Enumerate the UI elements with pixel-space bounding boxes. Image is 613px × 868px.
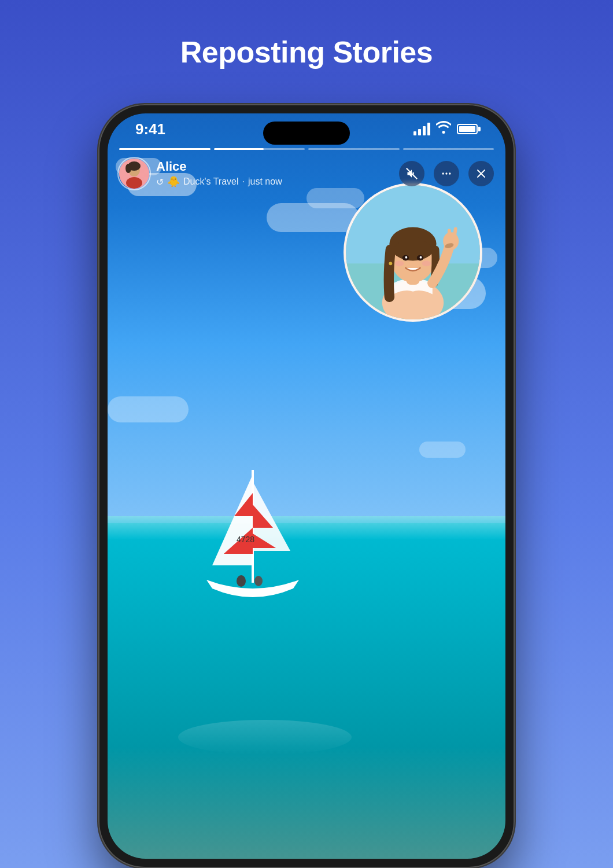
svg-point-31 (420, 256, 422, 259)
battery-icon (457, 124, 478, 134)
water-reflection (178, 720, 352, 755)
svg-rect-35 (448, 229, 451, 241)
progress-bar-2 (214, 148, 305, 150)
dot-separator: · (242, 176, 245, 187)
phone-mockup: 9:41 (98, 104, 515, 868)
close-button[interactable] (468, 161, 494, 186)
svg-point-9 (254, 576, 263, 586)
svg-point-30 (405, 256, 407, 259)
status-icons (413, 121, 478, 137)
more-options-button[interactable] (434, 161, 459, 186)
svg-point-8 (237, 575, 246, 587)
story-progress (119, 148, 494, 150)
signal-icon (413, 123, 430, 135)
svg-point-38 (389, 262, 392, 265)
circular-photo-overlay (344, 183, 482, 322)
page-title: Reposting Stories (180, 35, 433, 69)
story-sub-info: ↺ 🐥 Duck's Travel · just now (156, 175, 282, 188)
progress-bar-3 (308, 148, 400, 150)
story-username: Alice (156, 159, 282, 174)
svg-point-16 (442, 172, 444, 174)
svg-text:4728: 4728 (237, 535, 254, 544)
svg-point-33 (422, 261, 430, 267)
wifi-icon (436, 121, 451, 137)
status-time: 9:41 (135, 120, 165, 138)
avatar-container (119, 159, 149, 189)
story-controls[interactable] (399, 161, 494, 186)
story-timestamp: just now (248, 176, 282, 187)
cloud-8 (419, 442, 466, 458)
progress-bar-4 (403, 148, 494, 150)
sand (108, 747, 505, 859)
cloud-4 (306, 188, 364, 208)
repost-icon: ↺ (156, 176, 164, 187)
sailboat: 4728 (195, 458, 311, 620)
svg-point-32 (395, 261, 404, 267)
dynamic-island (263, 122, 350, 145)
avatar-ring (117, 157, 151, 190)
story-meta: Alice ↺ 🐥 Duck's Travel · just now (156, 159, 282, 188)
cloud-7 (108, 396, 189, 422)
phone-inner: 9:41 (108, 113, 505, 859)
story-user-info: Alice ↺ 🐥 Duck's Travel · just now (119, 159, 282, 189)
duck-emoji: 🐥 (167, 175, 180, 188)
progress-bar-1 (119, 148, 211, 150)
svg-point-17 (445, 172, 447, 174)
phone-outer: 9:41 (98, 104, 515, 868)
source-name: Duck's Travel (183, 176, 239, 187)
svg-point-18 (449, 172, 450, 174)
mute-button[interactable] (399, 161, 424, 186)
story-header: Alice ↺ 🐥 Duck's Travel · just now (119, 159, 494, 189)
